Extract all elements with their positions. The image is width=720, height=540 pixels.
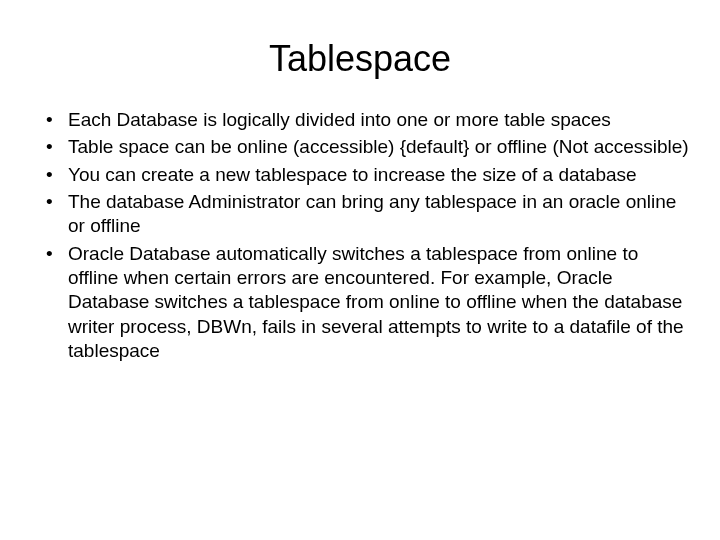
list-item: Each Database is logically divided into … <box>40 108 690 132</box>
list-item: The database Administrator can bring any… <box>40 190 690 239</box>
list-item: Oracle Database automatically switches a… <box>40 242 690 364</box>
slide-title: Tablespace <box>30 38 690 80</box>
bullet-list: Each Database is logically divided into … <box>30 108 690 363</box>
list-item: You can create a new tablespace to incre… <box>40 163 690 187</box>
list-item: Table space can be online (accessible) {… <box>40 135 690 159</box>
